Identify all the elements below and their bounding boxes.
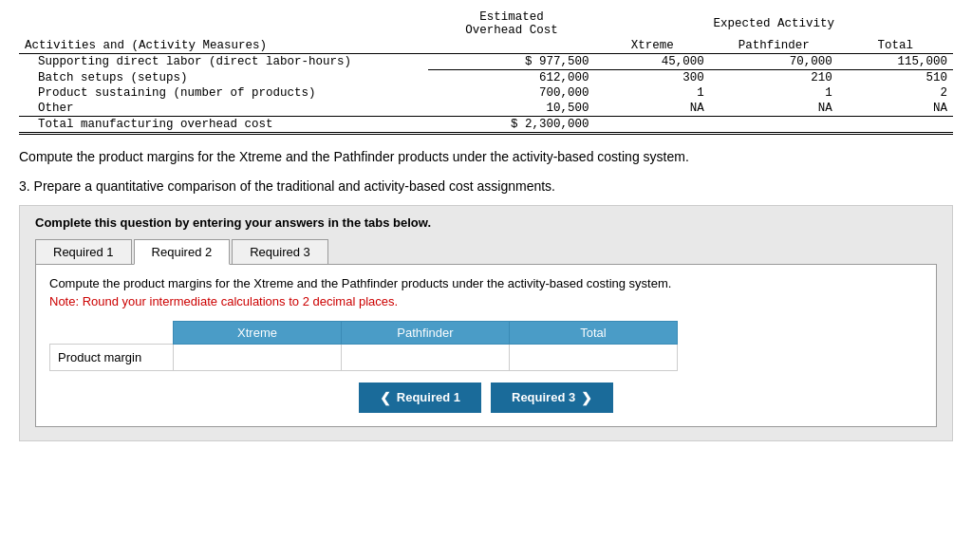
total-row: Total manufacturing overhead cost $ 2,30…: [19, 117, 953, 134]
next-button-label: Required 3: [512, 390, 575, 404]
question3-text: 3. Prepare a quantitative comparison of …: [19, 178, 555, 194]
overhead-cell: $ 977,500: [428, 54, 594, 70]
product-margin-label-cell: Product margin: [50, 344, 174, 370]
question3-section: 3. Prepare a quantitative comparison of …: [19, 178, 953, 194]
product-margin-row: Product margin: [50, 344, 678, 370]
inner-xtreme-label: Xtreme: [237, 326, 277, 340]
total-overhead-value: $ 2,300,000: [428, 117, 594, 134]
xtreme-col-header: Xtreme: [595, 38, 710, 54]
col1-label: Activities and (Activity Measures): [25, 39, 267, 52]
tab-instruction: Compute the product margins for the Xtre…: [49, 274, 923, 311]
bottom-nav: ❮ Required 1 Required 3 ❯: [49, 383, 923, 413]
prev-arrow-icon: ❮: [380, 390, 391, 405]
next-button[interactable]: Required 3 ❯: [491, 383, 613, 413]
instruction-line2: Note: Round your intermediate calculatio…: [49, 294, 398, 308]
inner-pathfinder-header: Pathfinder: [342, 321, 510, 344]
xtreme-label: Xtreme: [631, 39, 674, 52]
paragraph-text: Compute the product margins for the Xtre…: [19, 149, 689, 164]
overhead-table: Estimated Overhead Cost Expected Activit…: [19, 9, 953, 135]
total-col-header: Total: [838, 38, 953, 54]
total-cell: 510: [838, 70, 953, 86]
product-margin-xtreme-cell[interactable]: [174, 344, 342, 370]
inner-total-header: Total: [510, 321, 678, 344]
product-margin-total-input[interactable]: [514, 350, 673, 364]
tabs-container: Required 1 Required 2 Required 3: [35, 239, 937, 265]
next-arrow-icon: ❯: [581, 390, 592, 405]
total-total-blank: [838, 117, 953, 134]
product-margin-total-cell[interactable]: [510, 344, 678, 370]
product-margin-xtreme-input[interactable]: [178, 350, 337, 364]
total-manufacturing-label: Total manufacturing overhead cost: [38, 118, 273, 131]
pathfinder-label: Pathfinder: [738, 39, 810, 52]
inner-total-label: Total: [580, 326, 606, 340]
tab-required2-label: Required 2: [152, 245, 213, 259]
product-margin-pathfinder-cell[interactable]: [342, 344, 510, 370]
instruction-text: Complete this question by entering your …: [35, 215, 431, 230]
total-pathfinder-blank: [710, 117, 838, 134]
product-margin-label: Product margin: [58, 350, 141, 364]
table-row: Other10,500NANANA: [19, 101, 953, 117]
product-margin-pathfinder-input[interactable]: [346, 350, 505, 364]
pathfinder-cell: 210: [710, 70, 838, 86]
total-cell: 2: [838, 85, 953, 101]
expected-label: Expected Activity: [714, 17, 835, 30]
page-wrapper: Estimated Overhead Cost Expected Activit…: [0, 0, 972, 451]
activity-cell: Other: [19, 101, 428, 117]
activity-cell: Batch setups (setups): [19, 70, 428, 86]
xtreme-cell: 300: [595, 70, 710, 86]
inner-xtreme-header: Xtreme: [174, 321, 342, 344]
total-cell: 115,000: [838, 54, 953, 70]
inner-table-header-row: Xtreme Pathfinder Total: [50, 321, 678, 344]
inner-label-col-header: [50, 321, 174, 344]
tab-required3-label: Required 3: [250, 245, 310, 259]
pathfinder-cell: 70,000: [710, 54, 838, 70]
activity-cell: Supporting direct labor (direct labor-ho…: [19, 54, 428, 70]
pathfinder-cell: NA: [710, 101, 838, 117]
xtreme-cell: 45,000: [595, 54, 710, 70]
tab-required2[interactable]: Required 2: [134, 239, 231, 265]
activity-cell: Product sustaining (number of products): [19, 85, 428, 101]
overhead-cost-label: Overhead Cost: [465, 24, 558, 37]
prev-button-label: Required 1: [397, 390, 460, 404]
activities-col-label: Activities and (Activity Measures): [19, 38, 428, 54]
table-row: Batch setups (setups)612,000300210510: [19, 70, 953, 86]
expected-activity-header: Expected Activity: [595, 9, 953, 38]
col-activity-header: [19, 9, 428, 38]
total-cell: NA: [838, 101, 953, 117]
table-row: Supporting direct labor (direct labor-ho…: [19, 54, 953, 70]
xtreme-cell: 1: [595, 85, 710, 101]
prev-button[interactable]: ❮ Required 1: [359, 383, 481, 413]
overhead-cell: 700,000: [428, 85, 594, 101]
estimated-label: Estimated: [479, 10, 544, 24]
complete-box: Complete this question by entering your …: [19, 205, 953, 441]
inner-table-wrapper: Xtreme Pathfinder Total: [49, 321, 923, 371]
overhead-cell: 10,500: [428, 101, 594, 117]
total-label-cell: Total manufacturing overhead cost: [19, 117, 428, 134]
pathfinder-cell: 1: [710, 85, 838, 101]
xtreme-cell: NA: [595, 101, 710, 117]
inner-pathfinder-label: Pathfinder: [397, 326, 453, 340]
tab-required1[interactable]: Required 1: [35, 239, 132, 264]
tab-content: Compute the product margins for the Xtre…: [35, 265, 937, 427]
complete-box-instruction: Complete this question by entering your …: [35, 215, 937, 230]
total-label: Total: [878, 39, 914, 52]
overhead-cell: 612,000: [428, 70, 594, 86]
tab-required1-label: Required 1: [53, 245, 114, 259]
paragraph-section: Compute the product margins for the Xtre…: [19, 148, 953, 167]
instruction-line1: Compute the product margins for the Xtre…: [49, 276, 671, 290]
estimated-header: Estimated Overhead Cost: [428, 9, 594, 38]
tab-required3[interactable]: Required 3: [232, 239, 328, 264]
total-xtreme-blank: [595, 117, 710, 134]
top-table-section: Estimated Overhead Cost Expected Activit…: [19, 9, 953, 135]
total-overhead-amount: $ 2,300,000: [511, 118, 589, 131]
overhead-col-header: [428, 38, 594, 54]
product-margin-table: Xtreme Pathfinder Total: [49, 321, 678, 371]
table-row: Product sustaining (number of products)7…: [19, 85, 953, 101]
pathfinder-col-header: Pathfinder: [710, 38, 838, 54]
